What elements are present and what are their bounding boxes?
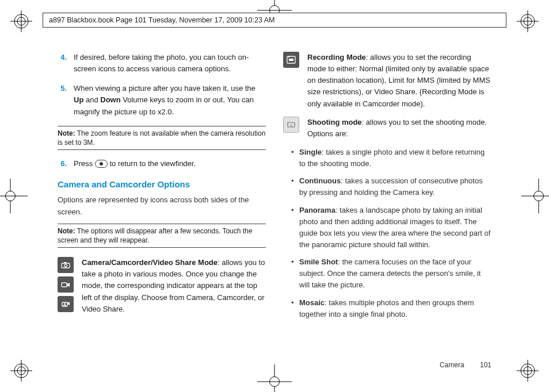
note-options: Note: The options will disappear after a… [58, 224, 266, 248]
reg-mark-br [514, 358, 541, 384]
camera-mode-block: Camera/Camcorder/Video Share Mode: allow… [58, 257, 266, 315]
recording-mode-text: Recording Mode: allows you to set the re… [307, 52, 491, 110]
camera-mode-icons [58, 257, 75, 315]
option-panorama: Panorama: takes a landscape photo by tak… [291, 205, 491, 251]
reg-mark-bl [8, 358, 35, 384]
right-column: Recording Mode: allows you to set the re… [283, 52, 491, 352]
mode-name: Shooting mode [307, 118, 362, 126]
recording-mode-block: Recording Mode: allows you to set the re… [283, 52, 491, 110]
text: When viewing a picture after you have ta… [74, 84, 256, 93]
camcorder-icon [58, 276, 74, 293]
option-name: Smile Shot [299, 258, 338, 266]
option-name: Single [299, 148, 322, 156]
note-label: Note: [58, 129, 75, 137]
option-name: Continuous [299, 176, 341, 185]
step-number: 5. [58, 83, 67, 117]
svg-rect-19 [62, 283, 67, 287]
note-label: Note: [58, 227, 75, 235]
step-number: 4. [58, 52, 67, 75]
shooting-mode-icon: S [283, 117, 299, 133]
recording-mode-icon [283, 52, 299, 68]
section-heading: Camera and Camcorder Options [58, 178, 266, 191]
crop-cross-left [0, 179, 28, 213]
running-header-text: a897 Blackbox.book Page 101 Tuesday, Nov… [49, 16, 274, 24]
center-key-icon [95, 160, 108, 168]
key-up: Up [74, 95, 83, 104]
footer-section: Camera [440, 361, 464, 369]
key-down: Down [100, 95, 120, 104]
running-header: a897 Blackbox.book Page 101 Tuesday, Nov… [43, 13, 506, 28]
recording-mode-icon-col [283, 52, 300, 110]
mode-name: Camera/Camcorder/Video Share Mode [82, 258, 218, 267]
camera-mode-text: Camera/Camcorder/Video Share Mode: allow… [82, 257, 266, 315]
option-mosaic: Mosaic: takes multiple photos and then g… [291, 297, 491, 320]
shooting-mode-icon-col: S [283, 117, 300, 140]
reg-mark-tr [514, 8, 541, 34]
svg-rect-23 [289, 59, 293, 61]
option-smile-shot: Smile Shot: the camera focuses on the fa… [291, 256, 491, 291]
step-5: 5. When viewing a picture after you have… [58, 83, 266, 117]
left-column: 4. If desired, before taking the photo, … [58, 52, 266, 352]
shooting-mode-options: Single: takes a single photo and view it… [283, 147, 491, 320]
svg-point-21 [64, 303, 66, 305]
shooting-mode-text: Shooting mode: allows you to set the sho… [307, 117, 491, 140]
svg-rect-18 [64, 262, 66, 263]
option-continuous: Continuous: takes a succession of consec… [291, 175, 491, 198]
footer-page-number: 101 [480, 361, 491, 369]
section-intro: Options are represented by icons across … [58, 194, 266, 217]
shooting-mode-block: S Shooting mode: allows you to set the s… [283, 117, 491, 140]
camera-icon [58, 257, 74, 273]
step-6: 6. Press to return to the viewfinder. [58, 158, 266, 170]
note-text: The zoom feature is not available when t… [58, 129, 265, 147]
step-text: If desired, before taking the photo, you… [74, 52, 266, 75]
svg-point-17 [64, 264, 67, 267]
option-desc: : takes a single photo and view it befor… [299, 148, 485, 168]
text: to return to the viewfinder. [109, 159, 196, 168]
page-footer: Camera 101 [440, 361, 491, 369]
svg-text:S: S [290, 123, 292, 126]
crop-cross-right [521, 179, 549, 213]
svg-rect-24 [288, 56, 289, 57]
reg-mark-tl [8, 8, 35, 34]
page-body: 4. If desired, before taking the photo, … [58, 52, 491, 352]
step-number: 6. [58, 158, 67, 170]
option-name: Panorama [299, 206, 336, 214]
text: Press [74, 159, 95, 168]
crop-cross-bottom [257, 364, 292, 392]
note-zoom: Note: The zoom feature is not available … [58, 126, 266, 150]
note-text: The options will disappear after a few s… [58, 227, 252, 244]
step-4: 4. If desired, before taking the photo, … [58, 52, 266, 75]
mode-name: Recording Mode [307, 53, 366, 62]
video-share-icon [58, 296, 74, 312]
text: and [83, 95, 100, 104]
step-text: Press to return to the viewfinder. [74, 158, 266, 170]
option-name: Mosaic [299, 298, 325, 307]
option-desc: : takes multiple photos and then groups … [299, 298, 474, 318]
option-single: Single: takes a single photo and view it… [291, 147, 491, 170]
step-text: When viewing a picture after you have ta… [74, 83, 266, 117]
